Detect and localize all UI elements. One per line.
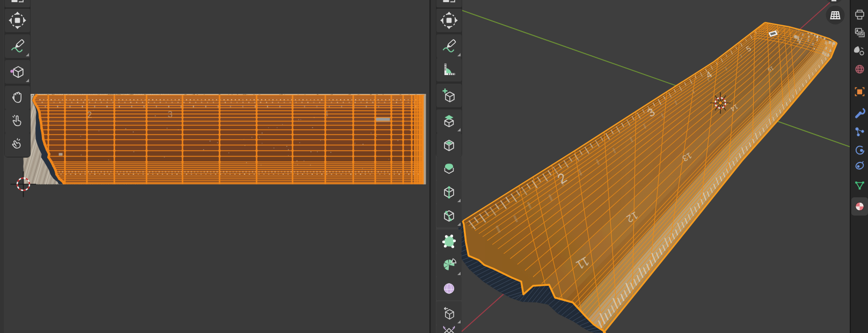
svg-text:3: 3 (168, 110, 173, 119)
